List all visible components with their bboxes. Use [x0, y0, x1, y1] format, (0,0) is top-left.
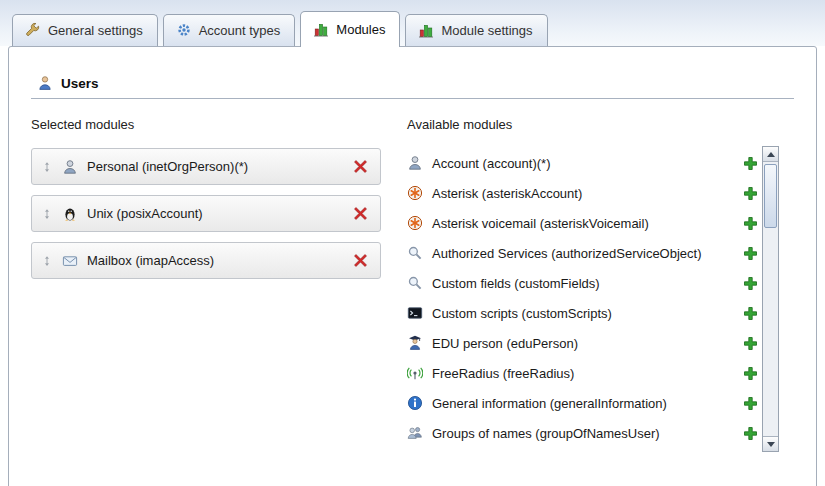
module-label: Asterisk (asteriskAccount) — [432, 186, 734, 201]
tab-label: Module settings — [441, 23, 532, 38]
add-module-button[interactable] — [743, 216, 758, 231]
available-module-row: Asterisk (asteriskAccount) — [407, 178, 758, 208]
add-icon — [743, 276, 758, 291]
add-icon — [743, 216, 758, 231]
add-icon — [743, 366, 758, 381]
section-title: Users — [61, 76, 99, 91]
tabs-bar: General settings Account types Modules M… — [0, 0, 825, 46]
add-icon — [743, 336, 758, 351]
drag-handle-icon[interactable] — [41, 207, 53, 221]
drag-handle-icon[interactable] — [41, 254, 53, 268]
module-label: General information (generalInformation) — [432, 396, 734, 411]
add-module-button[interactable] — [743, 276, 758, 291]
available-module-row: Custom fields (customFields) — [407, 268, 758, 298]
add-module-button[interactable] — [743, 396, 758, 411]
add-icon — [743, 156, 758, 171]
magnifier-icon — [407, 245, 423, 261]
module-label: Account (account)(*) — [432, 156, 734, 171]
tab-label: Account types — [199, 23, 281, 38]
penguin-icon — [62, 206, 78, 222]
selected-modules-heading: Selected modules — [31, 117, 381, 132]
content-panel: Users Selected modules Personal (inetOrg… — [8, 46, 817, 486]
available-modules-list: Account (account)(*) Asterisk (asteriskA… — [407, 148, 794, 448]
wrench-icon — [25, 22, 41, 38]
module-label: Custom scripts (customScripts) — [432, 306, 734, 321]
selected-module-row[interactable]: Personal (inetOrgPerson)(*) — [31, 148, 381, 185]
remove-module-button[interactable] — [353, 206, 368, 221]
mail-icon — [62, 253, 78, 269]
tab-account-types[interactable]: Account types — [163, 14, 296, 46]
scrollbar-track[interactable] — [763, 162, 778, 436]
module-label: Mailbox (imapAccess) — [87, 253, 344, 268]
selected-module-row[interactable]: Unix (posixAccount) — [31, 195, 381, 232]
script-icon — [407, 305, 423, 321]
available-module-row: EDU person (eduPerson) — [407, 328, 758, 358]
add-module-button[interactable] — [743, 246, 758, 261]
selected-module-row[interactable]: Mailbox (imapAccess) — [31, 242, 381, 279]
gears-icon — [176, 22, 192, 38]
add-module-button[interactable] — [743, 156, 758, 171]
scroll-down-button[interactable] — [763, 436, 778, 451]
module-label: Unix (posixAccount) — [87, 206, 344, 221]
remove-icon — [353, 159, 368, 174]
available-module-row: Asterisk voicemail (asteriskVoicemail) — [407, 208, 758, 238]
add-module-button[interactable] — [743, 426, 758, 441]
module-label: Groups of names (groupOfNamesUser) — [432, 426, 734, 441]
module-label: EDU person (eduPerson) — [432, 336, 734, 351]
add-module-button[interactable] — [743, 366, 758, 381]
add-icon — [743, 396, 758, 411]
tab-module-settings[interactable]: Module settings — [405, 14, 547, 46]
radio-icon — [407, 365, 423, 381]
module-label: Custom fields (customFields) — [432, 276, 734, 291]
scrollbar[interactable] — [762, 146, 779, 452]
add-icon — [743, 426, 758, 441]
add-module-button[interactable] — [743, 336, 758, 351]
module-label: Personal (inetOrgPerson)(*) — [87, 159, 344, 174]
scroll-up-button[interactable] — [763, 147, 778, 162]
info-icon — [407, 395, 423, 411]
add-module-button[interactable] — [743, 186, 758, 201]
remove-icon — [353, 253, 368, 268]
arrow-up-icon — [767, 152, 775, 157]
scrollbar-thumb[interactable] — [764, 164, 777, 228]
person-icon — [62, 159, 78, 175]
module-label: Asterisk voicemail (asteriskVoicemail) — [432, 216, 734, 231]
section-users-header: Users — [31, 75, 794, 99]
magnifier-icon — [407, 275, 423, 291]
available-module-row: Account (account)(*) — [407, 148, 758, 178]
remove-module-button[interactable] — [353, 253, 368, 268]
tab-label: Modules — [336, 22, 385, 37]
available-module-row: General information (generalInformation) — [407, 388, 758, 418]
available-module-row: Custom scripts (customScripts) — [407, 298, 758, 328]
arrow-down-icon — [767, 442, 775, 447]
add-module-button[interactable] — [743, 306, 758, 321]
remove-icon — [353, 206, 368, 221]
person-icon — [407, 155, 423, 171]
available-modules-heading: Available modules — [407, 117, 794, 132]
chart-icon — [418, 22, 434, 38]
add-icon — [743, 246, 758, 261]
modules-columns: Selected modules Personal (inetOrgPerson… — [9, 99, 816, 448]
asterisk-icon — [407, 185, 423, 201]
available-module-row: Authorized Services (authorizedServiceOb… — [407, 238, 758, 268]
add-icon — [743, 186, 758, 201]
chart-icon — [313, 21, 329, 37]
asterisk-icon — [407, 215, 423, 231]
available-modules-column: Available modules Account (account)(*) A… — [407, 117, 794, 448]
tab-label: General settings — [48, 23, 143, 38]
edu-person-icon — [407, 335, 423, 351]
user-icon — [37, 75, 53, 91]
remove-module-button[interactable] — [353, 159, 368, 174]
available-module-row: FreeRadius (freeRadius) — [407, 358, 758, 388]
module-label: Authorized Services (authorizedServiceOb… — [432, 246, 734, 261]
tab-modules[interactable]: Modules — [300, 11, 400, 47]
group-icon — [407, 425, 423, 441]
tab-general-settings[interactable]: General settings — [12, 14, 158, 46]
selected-modules-column: Selected modules Personal (inetOrgPerson… — [31, 117, 381, 448]
drag-handle-icon[interactable] — [41, 160, 53, 174]
module-label: FreeRadius (freeRadius) — [432, 366, 734, 381]
add-icon — [743, 306, 758, 321]
available-module-row: Groups of names (groupOfNamesUser) — [407, 418, 758, 448]
